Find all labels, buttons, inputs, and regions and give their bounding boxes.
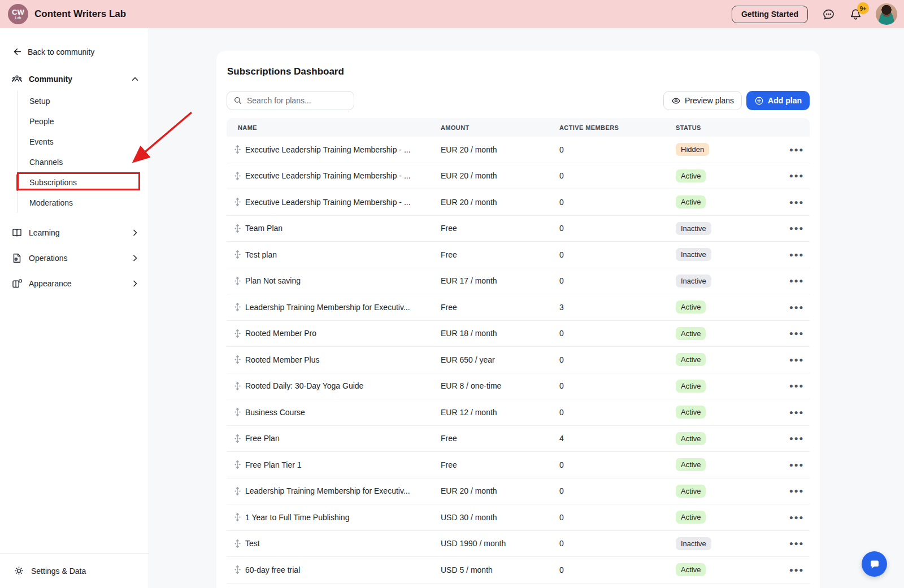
sidebar-section-learning[interactable]: Learning: [0, 220, 149, 245]
sidebar-item-people[interactable]: People: [18, 111, 149, 132]
drag-handle-icon[interactable]: [234, 486, 241, 496]
table-header: NAME AMOUNT ACTIVE MEMBERS STATUS: [227, 118, 810, 137]
sidebar-item-label: Setup: [29, 97, 50, 106]
getting-started-button[interactable]: Getting Started: [732, 6, 808, 23]
drag-handle-icon[interactable]: [234, 355, 241, 364]
row-menu-button[interactable]: ●●●: [789, 251, 804, 259]
status-badge: Inactive: [676, 537, 711, 550]
sidebar-item-label: Moderations: [29, 198, 73, 207]
settings-data-link[interactable]: Settings & Data: [0, 553, 149, 588]
drag-handle-icon[interactable]: [234, 512, 241, 522]
back-to-community-link[interactable]: Back to community: [0, 28, 149, 56]
table-row: Free Plan Tier 1 Free 0 Active ●●●: [227, 452, 810, 478]
row-menu-button[interactable]: ●●●: [789, 356, 804, 364]
row-menu-button[interactable]: ●●●: [789, 513, 804, 521]
row-menu-button[interactable]: ●●●: [789, 434, 804, 442]
drag-handle-icon[interactable]: [234, 276, 241, 286]
status-badge: Active: [676, 458, 706, 471]
row-menu-button[interactable]: ●●●: [789, 539, 804, 547]
plan-name: Test plan: [245, 250, 277, 259]
status-badge: Inactive: [676, 248, 711, 261]
drag-handle-icon[interactable]: [234, 434, 241, 443]
drag-handle-icon[interactable]: [234, 381, 241, 391]
sidebar-item-setup[interactable]: Setup: [18, 91, 149, 111]
plan-amount: Free: [441, 224, 559, 233]
row-menu-button[interactable]: ●●●: [789, 382, 804, 390]
drag-handle-icon[interactable]: [234, 171, 241, 181]
chat-launcher-button[interactable]: [862, 551, 887, 577]
row-menu-button[interactable]: ●●●: [789, 303, 804, 311]
row-menu-button[interactable]: ●●●: [789, 146, 804, 154]
logo-initials: CW: [12, 8, 24, 16]
sidebar-section-operations[interactable]: Operations: [0, 245, 149, 271]
row-menu-button[interactable]: ●●●: [789, 461, 804, 469]
sidebar-section-appearance[interactable]: Appearance: [0, 271, 149, 296]
plan-amount: EUR 12 / month: [441, 408, 559, 417]
table-row: Plan Not saving EUR 17 / month 0 Inactiv…: [227, 268, 810, 295]
search-input[interactable]: [227, 91, 354, 110]
preview-plans-button[interactable]: Preview plans: [663, 91, 742, 110]
sidebar-section-label: Appearance: [29, 279, 72, 288]
chevron-up-icon[interactable]: [131, 75, 140, 84]
row-menu-button[interactable]: ●●●: [789, 172, 804, 180]
plan-amount: Free: [441, 303, 559, 312]
plan-name: Free Plan Tier 1: [245, 460, 302, 469]
table-row: Rooted Member Plus EUR 650 / year 0 Acti…: [227, 347, 810, 373]
drag-handle-icon[interactable]: [234, 407, 241, 417]
drag-handle-icon[interactable]: [234, 145, 241, 154]
plan-active-members: 0: [559, 250, 676, 259]
notifications-icon[interactable]: 9+: [849, 7, 862, 21]
back-arrow-icon: [12, 47, 22, 56]
add-plan-button[interactable]: Add plan: [746, 91, 810, 110]
row-menu-button[interactable]: ●●●: [789, 566, 804, 574]
plan-active-members: 0: [559, 381, 676, 390]
status-badge: Active: [676, 327, 706, 340]
toolbar: Preview plans Add plan: [227, 91, 810, 110]
top-bar: CW Lab Content Writers Lab Getting Start…: [0, 0, 904, 28]
sidebar-section-community[interactable]: Community: [11, 72, 140, 86]
drag-handle-icon[interactable]: [234, 250, 241, 259]
drag-handle-icon[interactable]: [234, 197, 241, 207]
plan-amount: EUR 17 / month: [441, 276, 559, 285]
plan-name: Plan Not saving: [245, 276, 301, 285]
table-row: Executive Leadership Training Membership…: [227, 189, 810, 216]
drag-handle-icon[interactable]: [234, 565, 241, 574]
plan-active-members: 0: [559, 539, 676, 548]
status-badge: Active: [676, 563, 706, 576]
status-badge: Hidden: [676, 143, 709, 156]
plan-amount: EUR 20 / month: [441, 486, 559, 495]
drag-handle-icon[interactable]: [234, 460, 241, 469]
plan-amount: EUR 18 / month: [441, 329, 559, 338]
row-menu-button[interactable]: ●●●: [789, 329, 804, 337]
sidebar-item-moderations[interactable]: Moderations: [18, 193, 149, 213]
user-avatar[interactable]: [876, 3, 897, 25]
sidebar-item-channels[interactable]: Channels: [18, 152, 149, 172]
status-badge: Active: [676, 432, 706, 445]
status-badge: Active: [676, 511, 706, 524]
status-badge: Inactive: [676, 275, 711, 288]
messages-icon[interactable]: [822, 7, 835, 21]
plan-amount: Free: [441, 460, 559, 469]
plan-amount: EUR 8 / one-time: [441, 381, 559, 390]
table-row: Leadership Training Membership for Execu…: [227, 294, 810, 321]
sidebar-item-subscriptions[interactable]: Subscriptions: [18, 172, 149, 193]
drag-handle-icon[interactable]: [234, 329, 241, 338]
sidebar-item-events[interactable]: Events: [18, 132, 149, 152]
community-logo[interactable]: CW Lab: [8, 4, 28, 24]
community-subnav: Setup People Events Channels Subscriptio…: [17, 91, 149, 213]
drag-handle-icon[interactable]: [234, 539, 241, 548]
plan-name: Leadership Training Membership for Execu…: [245, 486, 410, 495]
status-badge: Active: [676, 406, 706, 419]
table-row: Executive Leadership Training Membership…: [227, 163, 810, 190]
row-menu-button[interactable]: ●●●: [789, 487, 804, 495]
row-menu-button[interactable]: ●●●: [789, 408, 804, 416]
plan-active-members: 0: [559, 408, 676, 417]
sidebar-item-label: Subscriptions: [29, 178, 77, 187]
row-menu-button[interactable]: ●●●: [789, 224, 804, 232]
plan-name: Executive Leadership Training Membership…: [245, 171, 411, 180]
row-menu-button[interactable]: ●●●: [789, 198, 804, 206]
drag-handle-icon[interactable]: [234, 302, 241, 312]
drag-handle-icon[interactable]: [234, 224, 241, 233]
table-row: Team Plan Free 0 Inactive ●●●: [227, 216, 810, 242]
row-menu-button[interactable]: ●●●: [789, 277, 804, 285]
